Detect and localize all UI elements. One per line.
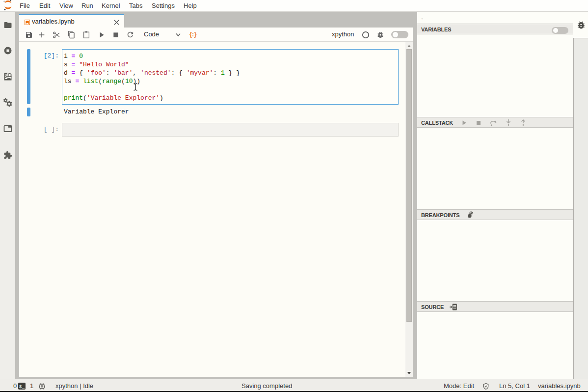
svg-text:$_: $_ [19,384,25,390]
